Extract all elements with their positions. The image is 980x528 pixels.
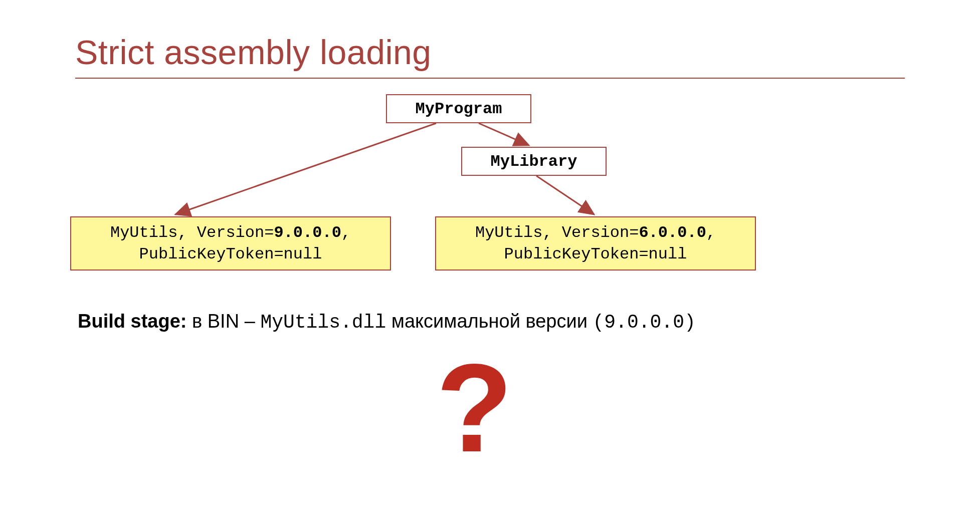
arrow-mylibrary-to-v6 [536,176,594,214]
box-myutils-v9: MyUtils, Version=9.0.0.0, PublicKeyToken… [70,216,391,271]
build-stage-text2: максимальной версии [386,311,593,332]
box-myutils-v9-line1: MyUtils, Version=9.0.0.0, [110,222,351,243]
build-stage-text1: в BIN – [186,311,260,332]
text-suffix: , [341,223,351,242]
title-underline [75,78,905,79]
arrow-myprogram-to-mylibrary [479,123,529,145]
slide-title: Strict assembly loading [75,33,432,72]
build-stage-label: Build stage: [78,311,186,332]
build-stage-text: Build stage: в BIN – MyUtils.dll максима… [78,311,696,333]
box-myutils-v6-line2: PublicKeyToken=null [504,243,687,265]
text-version: 9.0.0.0 [274,223,341,242]
text-version: 6.0.0.0 [639,223,706,242]
question-mark: ? [436,346,513,471]
arrow-myprogram-to-v9 [175,123,436,214]
box-myutils-v6: MyUtils, Version=6.0.0.0, PublicKeyToken… [435,216,756,271]
text-suffix: , [706,223,716,242]
text-prefix: MyUtils, Version= [110,223,274,242]
build-stage-code: MyUtils.dll [260,312,386,333]
box-mylibrary: MyLibrary [461,147,607,176]
text-prefix: MyUtils, Version= [475,223,639,242]
box-myprogram: MyProgram [386,94,531,123]
box-myutils-v9-line2: PublicKeyToken=null [139,243,322,265]
box-myutils-v6-line1: MyUtils, Version=6.0.0.0, [475,222,716,243]
build-stage-version: (9.0.0.0) [593,312,696,333]
